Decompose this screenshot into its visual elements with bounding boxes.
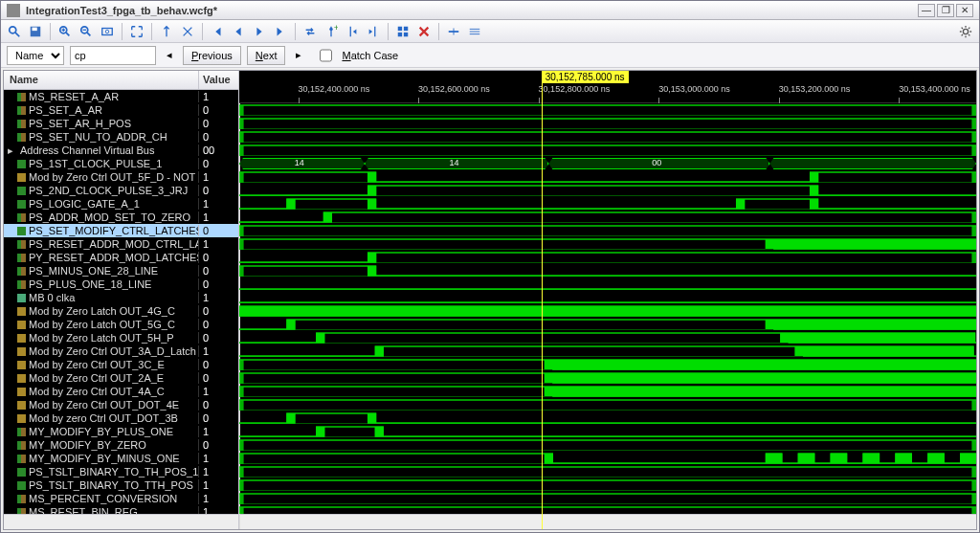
goto-cursor-icon[interactable] bbox=[157, 22, 176, 41]
waveform-hscroll[interactable] bbox=[239, 514, 976, 529]
signal-row[interactable]: PS_SET_NU_TO_ADDR_CH0 bbox=[4, 130, 238, 144]
cursor-line[interactable] bbox=[542, 71, 543, 529]
signal-row[interactable]: ▸Address Channel Virtual Bus00 bbox=[4, 144, 238, 157]
waveform-row[interactable] bbox=[239, 170, 976, 184]
signal-row[interactable]: Mod by Zero Latch OUT_5H_P0 bbox=[4, 331, 238, 344]
waveform-row[interactable] bbox=[239, 264, 976, 278]
waveform-row[interactable] bbox=[239, 331, 976, 344]
add-divider-icon[interactable] bbox=[444, 22, 463, 41]
settings-icon[interactable] bbox=[956, 22, 975, 41]
find-next-button[interactable]: Next bbox=[247, 46, 286, 65]
waveform-row[interactable] bbox=[239, 438, 976, 452]
signal-row[interactable]: PS_1ST_CLOCK_PULSE_10 bbox=[4, 157, 238, 170]
signal-row[interactable]: Mod by Zero Latch OUT_4G_C0 bbox=[4, 304, 238, 318]
waveform-row[interactable] bbox=[239, 304, 976, 318]
go-first-icon[interactable] bbox=[208, 22, 227, 41]
waveform-row[interactable] bbox=[239, 318, 976, 331]
next-edge-icon[interactable] bbox=[250, 22, 269, 41]
find-query-input[interactable] bbox=[70, 46, 156, 65]
minimize-button[interactable]: — bbox=[918, 4, 935, 17]
signal-list[interactable]: MS_RESET_A_AR1PS_SET_A_AR0PS_SET_AR_H_PO… bbox=[4, 90, 238, 514]
waveform-row[interactable] bbox=[239, 492, 976, 505]
signal-row[interactable]: Mod by Zero Ctrl OUT_3A_D_Latch1 bbox=[4, 344, 238, 358]
expand-icon[interactable]: ▸ bbox=[8, 144, 17, 157]
expand-icon[interactable] bbox=[127, 22, 146, 41]
waveform-row[interactable] bbox=[239, 144, 976, 157]
waveform-row[interactable] bbox=[239, 452, 976, 465]
signal-row[interactable]: Mod by Zero Ctrl OUT_5F_D - NOT 1st CP1 bbox=[4, 170, 238, 184]
delete-icon[interactable] bbox=[414, 22, 434, 41]
add-marker-icon[interactable]: + bbox=[322, 22, 341, 41]
signal-row[interactable]: PS_SET_A_AR0 bbox=[4, 103, 238, 117]
waveform-row[interactable] bbox=[239, 224, 976, 237]
waveform-row[interactable] bbox=[239, 103, 976, 117]
close-button[interactable]: ✕ bbox=[956, 4, 973, 17]
signal-row[interactable]: Mod by Zero Latch OUT_5G_C0 bbox=[4, 318, 238, 331]
waveform-row[interactable] bbox=[239, 385, 976, 398]
signal-row[interactable]: MS_RESET_A_AR1 bbox=[4, 90, 238, 103]
cursor-time-marker[interactable]: 30,152,785.000 ns bbox=[542, 71, 629, 83]
signal-row[interactable]: Mod by Zero Ctrl OUT_3C_E0 bbox=[4, 358, 238, 371]
find-prev-arrow[interactable]: ◂ bbox=[162, 46, 177, 65]
waveform-row[interactable] bbox=[239, 117, 976, 130]
match-case-checkbox[interactable] bbox=[320, 46, 332, 65]
waveform-row[interactable] bbox=[239, 371, 976, 385]
save-button[interactable] bbox=[26, 22, 45, 41]
next-marker-icon[interactable] bbox=[364, 22, 383, 41]
signal-row[interactable]: Mod by Zero Ctrl OUT_DOT_4E0 bbox=[4, 398, 238, 411]
group-icon[interactable] bbox=[465, 22, 484, 41]
waveform-row[interactable]: 141400 bbox=[239, 157, 976, 170]
signal-row[interactable]: Mod by Zero Ctrl OUT_2A_E0 bbox=[4, 371, 238, 385]
signal-row[interactable]: Mod by zero Ctrl OUT_DOT_3B0 bbox=[4, 411, 238, 425]
signal-row[interactable]: PS_SET_AR_H_POS0 bbox=[4, 117, 238, 130]
waveform-row[interactable] bbox=[239, 278, 976, 291]
signal-row[interactable]: MS_PERCENT_CONVERSION1 bbox=[4, 492, 238, 505]
waveform-row[interactable] bbox=[239, 344, 976, 358]
prev-marker-icon[interactable] bbox=[343, 22, 362, 41]
toggle-grid-icon[interactable] bbox=[393, 22, 412, 41]
waveform-row[interactable] bbox=[239, 398, 976, 411]
signal-row[interactable]: PS_RESET_ADDR_MOD_CTRL_LATCH1 bbox=[4, 237, 238, 251]
goto-time-icon[interactable] bbox=[178, 22, 197, 41]
signal-row[interactable]: PS_TSLT_BINARY_TO_TH_POS_11 bbox=[4, 465, 238, 478]
waveform-rows[interactable]: 141400 bbox=[239, 103, 976, 514]
prev-edge-icon[interactable] bbox=[229, 22, 248, 41]
waveform-row[interactable] bbox=[239, 184, 976, 197]
swap-icon[interactable] bbox=[301, 22, 320, 41]
waveform-row[interactable] bbox=[239, 425, 976, 438]
find-field-select[interactable]: Name bbox=[7, 46, 64, 65]
signal-row[interactable]: PS_PLUS_ONE_18_LINE0 bbox=[4, 278, 238, 291]
search-icon[interactable] bbox=[5, 22, 24, 41]
waveform-row[interactable] bbox=[239, 505, 976, 514]
waveform-row[interactable] bbox=[239, 211, 976, 224]
signal-row[interactable]: PS_2ND_CLOCK_PULSE_3_JRJ0 bbox=[4, 184, 238, 197]
zoom-out-icon[interactable] bbox=[77, 22, 96, 41]
signal-row[interactable]: MY_MODIFY_BY_ZERO0 bbox=[4, 438, 238, 452]
signal-row[interactable]: Mod by Zero Ctrl OUT_4A_C1 bbox=[4, 385, 238, 398]
signal-row[interactable]: MB 0 clka1 bbox=[4, 291, 238, 304]
waveform-row[interactable] bbox=[239, 358, 976, 371]
restore-button[interactable]: ❐ bbox=[937, 4, 954, 17]
go-last-icon[interactable] bbox=[271, 22, 290, 41]
find-previous-button[interactable]: Previous bbox=[183, 46, 241, 65]
waveform-row[interactable] bbox=[239, 291, 976, 304]
waveform-row[interactable] bbox=[239, 411, 976, 425]
zoom-in-icon[interactable] bbox=[56, 22, 75, 41]
waveform-row[interactable] bbox=[239, 251, 976, 264]
zoom-fit-icon[interactable] bbox=[98, 22, 117, 41]
col-name[interactable]: Name bbox=[4, 71, 198, 89]
signal-hscroll[interactable] bbox=[4, 514, 238, 529]
signal-row[interactable]: PS_LOGIC_GATE_A_11 bbox=[4, 197, 238, 211]
waveform-row[interactable] bbox=[239, 130, 976, 144]
time-ruler[interactable]: 30,152,400.000 ns30,152,600.000 ns30,152… bbox=[239, 84, 976, 103]
waveform-panel[interactable]: 30,152,785.000 ns 30,152,400.000 ns30,15… bbox=[239, 71, 976, 529]
signal-row[interactable]: PS_ADDR_MOD_SET_TO_ZERO1 bbox=[4, 211, 238, 224]
waveform-row[interactable] bbox=[239, 197, 976, 211]
signal-row[interactable]: PS_TSLT_BINARY_TO_TTH_POS1 bbox=[4, 478, 238, 492]
find-next-arrow[interactable]: ▸ bbox=[291, 46, 306, 65]
signal-row[interactable]: PY_RESET_ADDR_MOD_LATCHES0 bbox=[4, 251, 238, 264]
signal-row[interactable]: MY_MODIFY_BY_MINUS_ONE1 bbox=[4, 452, 238, 465]
signal-row[interactable]: MY_MODIFY_BY_PLUS_ONE1 bbox=[4, 425, 238, 438]
signal-row[interactable]: MS_RESET_BIN_REG1 bbox=[4, 505, 238, 514]
signal-row[interactable]: PS_SET_MODIFY_CTRL_LATCHES0 bbox=[4, 224, 238, 237]
